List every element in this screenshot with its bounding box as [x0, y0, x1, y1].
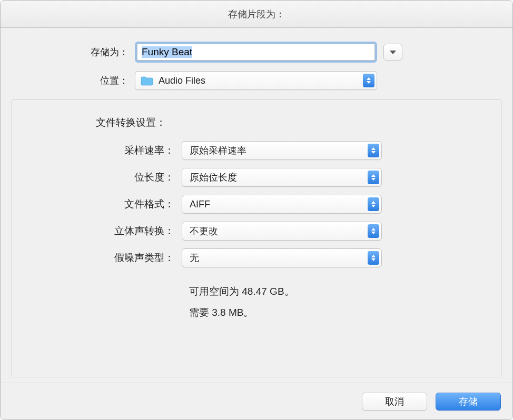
updown-icon	[363, 74, 374, 87]
cancel-button[interactable]: 取消	[362, 393, 427, 411]
bit-depth-select[interactable]: 原始位长度	[182, 168, 382, 187]
stereo-select[interactable]: 不更改	[182, 222, 382, 241]
updown-icon	[368, 144, 379, 157]
file-format-row: 文件格式： AIFF	[27, 195, 486, 214]
sample-rate-row: 采样速率： 原始采样速率	[27, 141, 486, 160]
save-top-area: 存储为： 位置： Audio Files	[1, 28, 512, 99]
dither-label: 假噪声类型：	[27, 251, 182, 265]
stereo-label: 立体声转换：	[27, 224, 182, 238]
saveas-input[interactable]	[137, 44, 375, 61]
saveas-focus-ring	[135, 42, 377, 63]
bit-depth-row: 位长度： 原始位长度	[27, 168, 486, 187]
file-format-label: 文件格式：	[27, 197, 182, 211]
dialog-title: 存储片段为：	[228, 8, 285, 21]
save-button[interactable]: 存储	[436, 393, 501, 411]
updown-icon	[368, 197, 379, 211]
location-row: 位置： Audio Files	[22, 71, 491, 90]
saveas-wrap	[135, 42, 402, 63]
dialog-footer: 取消 存储	[1, 383, 512, 419]
dither-value: 无	[190, 252, 368, 264]
bit-depth-label: 位长度：	[27, 171, 182, 184]
dither-select[interactable]: 无	[182, 248, 382, 267]
disk-info: 可用空间为 48.47 GB。 需要 3.8 MB。	[189, 281, 486, 323]
stereo-value: 不更改	[190, 225, 368, 237]
available-space-text: 可用空间为 48.47 GB。	[189, 281, 486, 302]
updown-icon	[368, 224, 379, 238]
bit-depth-value: 原始位长度	[190, 171, 368, 184]
save-dialog: 存储片段为： 存储为： 位置： Audio Fil	[0, 0, 513, 420]
updown-icon	[368, 251, 379, 265]
location-select[interactable]: Audio Files	[135, 71, 377, 90]
dialog-titlebar: 存储片段为：	[1, 1, 512, 28]
required-space-text: 需要 3.8 MB。	[189, 302, 486, 323]
settings-section-title: 文件转换设置：	[96, 116, 486, 129]
location-label: 位置：	[22, 74, 135, 87]
updown-icon	[368, 171, 379, 184]
saveas-row: 存储为：	[22, 42, 491, 63]
stereo-row: 立体声转换： 不更改	[27, 222, 486, 241]
file-format-select[interactable]: AIFF	[182, 195, 382, 214]
location-value: Audio Files	[159, 75, 363, 86]
folder-icon	[141, 76, 153, 86]
sample-rate-label: 采样速率：	[27, 144, 182, 157]
sample-rate-value: 原始采样速率	[190, 144, 368, 157]
expand-button[interactable]	[383, 44, 402, 61]
file-conversion-settings-panel: 文件转换设置： 采样速率： 原始采样速率 位长度： 原始位长度 文件格式： AI…	[11, 99, 502, 377]
sample-rate-select[interactable]: 原始采样速率	[182, 141, 382, 160]
chevron-down-icon	[390, 51, 396, 54]
dither-row: 假噪声类型： 无	[27, 248, 486, 267]
file-format-value: AIFF	[190, 199, 368, 210]
saveas-label: 存储为：	[22, 46, 135, 58]
